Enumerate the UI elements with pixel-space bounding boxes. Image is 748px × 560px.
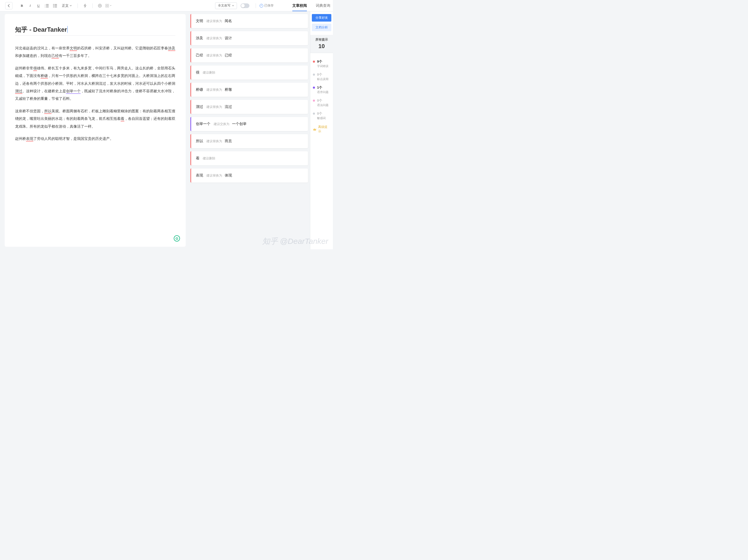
layout-button[interactable] — [104, 2, 112, 9]
stat-count: 9个 — [317, 59, 328, 64]
lightning-button[interactable] — [81, 2, 89, 9]
suggestion-card[interactable]: 文明·建议替换为闻名 — [190, 14, 308, 28]
check-icon: ✓ — [260, 4, 263, 7]
error-span[interactable]: 溜过 — [15, 89, 22, 94]
premium-hints[interactable]: 高级提示 — [312, 122, 331, 136]
suggestion-hint: ·建议替换为 — [206, 53, 222, 58]
svg-rect-7 — [106, 4, 107, 5]
unordered-list-button[interactable] — [51, 2, 59, 9]
ordered-list-button[interactable]: 123 — [43, 2, 50, 9]
saved-label: 已保存 — [264, 3, 274, 8]
suggestion-card[interactable]: 涉及·建议替换为设计 — [190, 31, 308, 45]
suggestion-original: 很 — [196, 70, 200, 75]
suggestion-card[interactable]: 溜过·建议替换为流过 — [190, 100, 308, 114]
grammarly-badge[interactable]: G — [174, 235, 180, 242]
separator — [256, 3, 256, 8]
suggestion-replacement: 设计 — [225, 36, 232, 41]
stat-label: 敏感词 — [317, 116, 326, 120]
document-title[interactable]: 知乎 - DearTanker — [15, 25, 175, 35]
stat-label: 标点误用 — [317, 77, 328, 81]
right-sidebar: 分享好友 文档分析 所有提示 10 9个字词错误0个标点误用1个语序问题0个语法… — [310, 11, 333, 249]
total-hints[interactable]: 所有提示 10 — [310, 35, 333, 53]
error-span[interactable]: 创举一个 — [66, 89, 80, 94]
paragraph[interactable]: 赵州桥表现了劳动人民的聪明才智，是我国宝贵的历史遗产。 — [15, 135, 175, 143]
suggestion-card[interactable]: 很·建议删除 — [190, 66, 308, 79]
stat-dot — [313, 100, 315, 102]
editor-panel: 知乎 - DearTanker 河北省赵县的洨河上，有一座世界文明的石拱桥，叫安… — [0, 11, 188, 249]
bold-button[interactable]: B — [18, 2, 25, 9]
suggestion-original: 表现 — [196, 173, 203, 178]
total-hints-count: 10 — [310, 43, 333, 50]
italic-button[interactable]: I — [26, 2, 34, 9]
error-span[interactable]: 着 — [121, 117, 124, 121]
svg-point-4 — [53, 5, 54, 6]
suggestion-hint: ·建议替换为 — [206, 36, 222, 41]
toggle-switch[interactable] — [240, 3, 250, 8]
unordered-list-icon — [53, 4, 57, 7]
paragraph[interactable]: 这座桥不但坚固，所以美观。桥面两侧有石栏，栏板上雕刻着糊里糊涂的图案：有的刻着两… — [15, 107, 175, 130]
suggestion-original: 着 — [196, 156, 200, 161]
stat-row[interactable]: 9个字词错误 — [312, 57, 331, 70]
suggestion-card[interactable]: 表现·建议替换为体现 — [190, 168, 308, 182]
paragraph[interactable]: 河北省赵县的洨河上，有一座世界文明的石拱桥，叫安济桥，又叫赵州桥。它是隋朝的石匠… — [15, 45, 175, 60]
stat-row[interactable]: 0个语法问题 — [312, 96, 331, 109]
separator — [92, 3, 93, 8]
layout-icon — [105, 4, 109, 8]
premium-label: 高级提示 — [318, 125, 330, 133]
paragraph-style-select[interactable]: 正文 — [60, 2, 74, 9]
suggestion-original: 涉及 — [196, 36, 203, 41]
main-area: 知乎 - DearTanker 河北省赵县的洨河上，有一座世界文明的石拱桥，叫安… — [0, 11, 333, 249]
suggestion-card[interactable]: 己经·建议替换为已经 — [190, 48, 308, 63]
globe-icon — [98, 4, 102, 8]
suggestion-original: 溜过 — [196, 104, 203, 109]
stat-row[interactable]: 1个语序问题 — [312, 83, 331, 96]
error-span[interactable]: 表现 — [26, 137, 33, 141]
suggestion-original: 文明 — [196, 19, 203, 23]
svg-rect-8 — [108, 4, 109, 5]
stat-label: 字词错误 — [317, 64, 328, 68]
suggestion-original: 桥礅 — [196, 87, 203, 92]
back-button[interactable] — [5, 2, 13, 9]
ordered-list-icon: 123 — [45, 4, 49, 7]
suggestion-card[interactable]: 桥礅·建议替换为桥墩 — [190, 83, 308, 97]
suggestion-replacement: 而且 — [225, 139, 232, 144]
underline-button[interactable]: U — [35, 2, 42, 9]
svg-rect-9 — [106, 6, 107, 7]
saved-status: ✓ 已保存 — [260, 3, 274, 8]
error-span[interactable]: 很 — [33, 66, 37, 71]
error-span[interactable]: 所以 — [44, 109, 51, 114]
share-button[interactable]: 分享好友 — [312, 14, 331, 22]
error-span[interactable]: 桥礅 — [41, 74, 48, 78]
globe-button[interactable] — [96, 2, 103, 9]
svg-text:3: 3 — [45, 6, 46, 7]
analyze-button[interactable]: 文档分析 — [312, 24, 331, 31]
suggestion-card[interactable]: 创举一个·建议交换为一个创举 — [190, 117, 308, 131]
suggestion-card[interactable]: 所以·建议替换为而且 — [190, 134, 308, 148]
suggestion-original: 创举一个 — [196, 122, 210, 126]
error-span[interactable]: 文明 — [70, 46, 77, 51]
toolbar: B I U 123 正文 全文改写 ✓ 已保存 文章校阅 — [0, 0, 333, 11]
editor[interactable]: 知乎 - DearTanker 河北省赵县的洨河上，有一座世界文明的石拱桥，叫安… — [5, 14, 186, 247]
suggestion-hint: ·建议替换为 — [206, 173, 222, 178]
error-span[interactable]: 涉及 — [168, 46, 175, 51]
suggestion-hint: ·建议交换为 — [213, 122, 229, 126]
stat-row[interactable]: 0个标点误用 — [312, 70, 331, 83]
suggestion-card[interactable]: 着·建议删除 — [190, 151, 308, 165]
stat-label: 语序问题 — [317, 90, 328, 94]
paragraph[interactable]: 赵州桥非常很雄伟。桥长五十多米，有九米多宽，中间行车马，两旁走人。这么长的桥，全… — [15, 65, 175, 103]
separator — [77, 3, 78, 8]
stat-count: 1个 — [317, 85, 328, 90]
tab-dictionary[interactable]: 词典查询 — [316, 0, 330, 11]
stat-row[interactable]: 0个敏感词 — [312, 109, 331, 122]
error-span[interactable]: 己经 — [51, 53, 59, 58]
suggestions-column: 文明·建议替换为闻名涉及·建议替换为设计己经·建议替换为已经很·建议删除桥礅·建… — [188, 11, 310, 249]
suggestion-hint: ·建议替换为 — [206, 105, 222, 109]
text-cursor — [67, 26, 68, 33]
suggestion-hint: ·建议替换为 — [206, 139, 222, 144]
lightning-icon — [84, 4, 87, 8]
tab-proofread[interactable]: 文章校阅 — [292, 0, 307, 11]
rewrite-button[interactable]: 全文改写 — [215, 2, 237, 9]
top-tabs: 文章校阅 词典查询 — [292, 0, 330, 11]
suggestion-hint: ·建议替换为 — [206, 88, 222, 92]
chevron-down-icon — [232, 5, 234, 6]
